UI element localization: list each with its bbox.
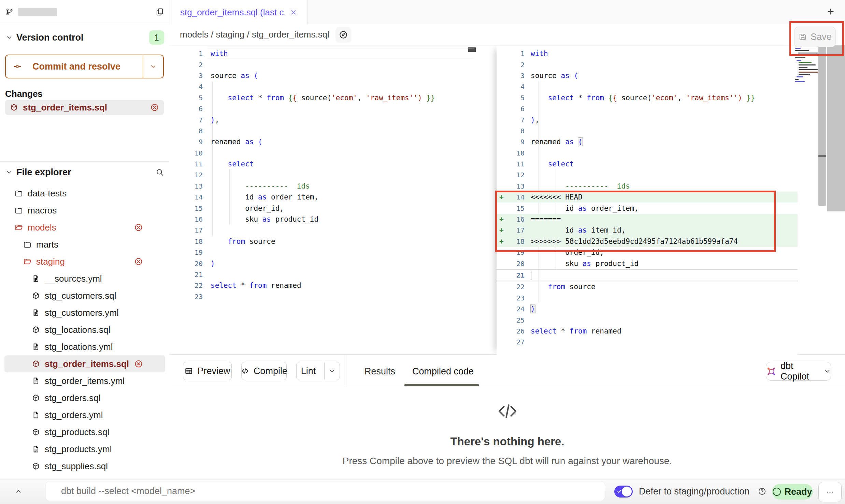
code-line-15[interactable]: 15 id as order_item, bbox=[497, 203, 798, 213]
code-line-3[interactable]: 3source as ( bbox=[170, 70, 476, 81]
panel-scrollbar[interactable] bbox=[827, 45, 845, 211]
chevron-down-icon[interactable] bbox=[5, 34, 13, 41]
file-tree-item-data-tests[interactable]: data-tests bbox=[4, 185, 165, 202]
code-line-12[interactable]: 12 bbox=[170, 169, 476, 180]
file-tree-item-staging[interactable]: staging bbox=[4, 253, 165, 270]
code-line-7[interactable]: 7), bbox=[497, 114, 798, 125]
file-tree-item-stg_orders.sql[interactable]: stg_orders.sql bbox=[4, 389, 165, 406]
code-line-27[interactable]: 27 bbox=[497, 337, 798, 347]
tab-compiled-code[interactable]: Compiled code bbox=[412, 366, 474, 377]
code-line-13[interactable]: 13 ---------- ids bbox=[497, 181, 798, 192]
code-line-1[interactable]: 1with bbox=[170, 48, 476, 59]
discard-circle-x-icon[interactable] bbox=[134, 359, 143, 368]
code-line-5[interactable]: 5 select * from {{ source('ecom', 'raw_i… bbox=[497, 92, 798, 103]
search-icon[interactable] bbox=[155, 168, 164, 177]
file-tree-item-stg_customers.sql[interactable]: stg_customers.sql bbox=[4, 287, 165, 304]
editor-minimap[interactable] bbox=[795, 48, 816, 84]
file-tree-item-stg_locations.sql[interactable]: stg_locations.sql bbox=[4, 321, 165, 338]
code-line-10[interactable]: 10 bbox=[497, 148, 798, 159]
code-line-24[interactable]: 24) bbox=[497, 303, 798, 314]
code-line-25[interactable]: 25 bbox=[497, 314, 798, 325]
code-line-10[interactable]: 10 bbox=[170, 148, 476, 159]
file-tree-item-stg_supplies.sql[interactable]: stg_supplies.sql bbox=[4, 458, 165, 475]
save-button[interactable]: Save bbox=[794, 27, 836, 47]
code-line-20[interactable]: 20 sku as product_id bbox=[497, 258, 798, 269]
code-line-11[interactable]: 11 select bbox=[497, 159, 798, 169]
preview-button[interactable]: Preview bbox=[183, 362, 232, 380]
file-tree-item-stg_order_items.yml[interactable]: stg_order_items.yml bbox=[4, 372, 165, 389]
diff-pane-current[interactable]: 1with23source as (45 select * from {{ so… bbox=[497, 45, 798, 355]
file-tree-item-macros[interactable]: macros bbox=[4, 202, 165, 219]
file-tree-item-stg_order_items.sql[interactable]: stg_order_items.sql bbox=[4, 355, 165, 372]
discard-circle-x-icon[interactable] bbox=[134, 223, 143, 232]
code-line-4[interactable]: 4 bbox=[170, 81, 476, 92]
code-line-17[interactable]: +17 id as item_id, bbox=[497, 225, 798, 236]
code-line-22[interactable]: 22select * from renamed bbox=[170, 280, 476, 291]
defer-toggle[interactable] bbox=[614, 486, 633, 498]
code-line-11[interactable]: 11 select bbox=[170, 159, 476, 169]
more-options-button[interactable] bbox=[818, 482, 842, 502]
code-line-8[interactable]: 8 bbox=[170, 125, 476, 136]
code-line-5[interactable]: 5 select * from {{ source('ecom', 'raw_i… bbox=[170, 92, 476, 103]
code-line-6[interactable]: 6 bbox=[170, 103, 476, 114]
code-line-14[interactable]: +14<<<<<<< HEAD bbox=[497, 192, 798, 203]
discard-circle-x-icon[interactable] bbox=[134, 257, 143, 266]
version-control-section-header[interactable]: Version control 1 bbox=[5, 30, 164, 45]
code-line-18[interactable]: 18 from source bbox=[170, 236, 476, 247]
code-line-7[interactable]: 7), bbox=[170, 114, 476, 125]
changed-file-item[interactable]: stg_order_items.sql bbox=[5, 100, 164, 115]
code-line-6[interactable]: 6 bbox=[497, 103, 798, 114]
new-tab-plus-icon[interactable] bbox=[826, 7, 835, 16]
file-tree-item-stg_orders.yml[interactable]: stg_orders.yml bbox=[4, 406, 165, 424]
help-icon[interactable] bbox=[758, 487, 767, 496]
code-line-21[interactable]: 21 bbox=[497, 269, 798, 281]
lint-options-dropdown[interactable] bbox=[324, 362, 340, 380]
copy-icon[interactable] bbox=[155, 8, 164, 16]
file-tree-item-stg_products.yml[interactable]: stg_products.yml bbox=[4, 441, 165, 458]
discard-circle-x-icon[interactable] bbox=[150, 103, 159, 112]
code-line-14[interactable]: 14 id as order_item, bbox=[170, 192, 476, 203]
tab-results[interactable]: Results bbox=[364, 366, 395, 377]
code-line-20[interactable]: 20) bbox=[170, 258, 476, 269]
code-line-17[interactable]: 17 bbox=[170, 225, 476, 236]
code-line-13[interactable]: 13 ---------- ids bbox=[170, 181, 476, 192]
code-line-12[interactable]: 12 bbox=[497, 169, 798, 180]
close-icon[interactable] bbox=[290, 9, 297, 16]
file-tree-item-__sources.yml[interactable]: __sources.yml bbox=[4, 270, 165, 287]
command-bar-expand-icon[interactable] bbox=[14, 487, 23, 495]
dbt-copilot-button[interactable]: dbt Copilot bbox=[766, 362, 831, 381]
file-tree-item-stg_customers.yml[interactable]: stg_customers.yml bbox=[4, 304, 165, 321]
chevron-down-icon[interactable] bbox=[5, 168, 13, 176]
code-line-16[interactable]: +16======= bbox=[497, 214, 798, 225]
code-line-21[interactable]: 21 bbox=[170, 269, 476, 280]
code-line-8[interactable]: 8 bbox=[497, 125, 798, 136]
commit-and-resolve-button[interactable]: Commit and resolve bbox=[5, 55, 164, 78]
lint-button[interactable]: Lint bbox=[296, 362, 340, 380]
code-line-26[interactable]: 26select * from renamed bbox=[497, 326, 798, 337]
commit-options-dropdown[interactable] bbox=[143, 55, 163, 78]
compile-button[interactable]: Compile bbox=[241, 362, 287, 380]
code-line-3[interactable]: 3source as ( bbox=[497, 70, 798, 81]
file-tree-item-models[interactable]: models bbox=[4, 219, 165, 236]
code-line-9[interactable]: 9renamed as ( bbox=[170, 136, 476, 147]
file-tree-item-stg_products.sql[interactable]: stg_products.sql bbox=[4, 424, 165, 441]
tab-stg-order-items[interactable]: stg_order_items.sql (last c... bbox=[170, 0, 308, 25]
code-line-4[interactable]: 4 bbox=[497, 81, 798, 92]
lineage-compass-button[interactable] bbox=[335, 27, 351, 43]
code-line-15[interactable]: 15 order_id, bbox=[170, 203, 476, 213]
editor-scrollbar[interactable] bbox=[818, 45, 826, 206]
file-tree-item-marts[interactable]: marts bbox=[4, 236, 165, 253]
code-line-19[interactable]: 19 bbox=[170, 247, 476, 258]
code-line-23[interactable]: 23 bbox=[170, 291, 476, 302]
file-explorer-section-header[interactable]: File explorer bbox=[5, 165, 164, 180]
code-line-16[interactable]: 16 sku as product_id bbox=[170, 214, 476, 225]
command-input[interactable] bbox=[45, 481, 605, 501]
code-line-22[interactable]: 22 from source bbox=[497, 281, 798, 292]
code-line-2[interactable]: 2 bbox=[170, 59, 476, 70]
code-line-18[interactable]: +18>>>>>>> 58c1dd23d5eebd9cd2495fa7124ab… bbox=[497, 236, 798, 247]
file-tree-item-stg_locations.yml[interactable]: stg_locations.yml bbox=[4, 338, 165, 355]
code-line-2[interactable]: 2 bbox=[497, 59, 798, 70]
code-line-9[interactable]: 9renamed as ( bbox=[497, 136, 798, 147]
code-line-23[interactable]: 23 bbox=[497, 293, 798, 303]
code-line-1[interactable]: 1with bbox=[497, 48, 798, 59]
